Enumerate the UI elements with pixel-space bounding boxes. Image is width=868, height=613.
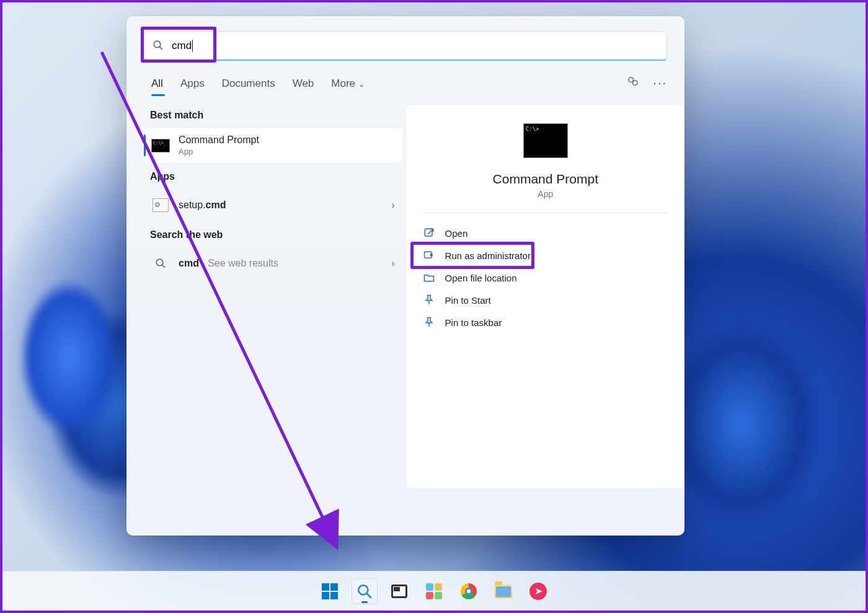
svg-line-5	[162, 265, 165, 268]
open-icon	[423, 227, 435, 239]
search-input[interactable]: cmd	[144, 31, 667, 61]
svg-line-10	[367, 593, 371, 598]
cmd-app-icon	[523, 123, 568, 158]
feedback-icon[interactable]	[627, 76, 639, 91]
taskview-icon	[391, 584, 407, 598]
result-setup-cmd[interactable]: setup.cmd ›	[144, 190, 402, 221]
chevron-right-icon: ›	[391, 200, 394, 211]
action-pin-to-taskbar[interactable]: Pin to taskbar	[414, 311, 677, 333]
section-apps: Apps	[150, 171, 396, 182]
preview-subtitle: App	[423, 189, 668, 199]
preview-pane: Command Prompt App Open Run as administr…	[407, 105, 684, 488]
start-search-panel: cmd All Apps Documents Web More ⌄ ··· Be…	[126, 16, 684, 536]
cmd-app-icon	[151, 139, 170, 152]
chrome-icon	[461, 583, 477, 599]
text-cursor	[192, 40, 193, 52]
widgets-icon	[426, 583, 442, 599]
search-icon	[153, 40, 164, 53]
svg-line-1	[160, 47, 162, 50]
folder-icon	[495, 584, 512, 598]
chrome-button[interactable]	[456, 578, 482, 604]
svg-point-3	[633, 81, 638, 86]
result-command-prompt[interactable]: Command Prompt App	[144, 128, 402, 162]
action-open[interactable]: Open	[414, 222, 677, 244]
filter-tabs: All Apps Documents Web More ⌄ ···	[151, 76, 667, 91]
windows-logo-icon	[322, 583, 338, 599]
svg-rect-6	[425, 229, 432, 236]
pin-icon	[423, 294, 435, 306]
svg-point-2	[629, 77, 634, 82]
tab-apps[interactable]: Apps	[180, 77, 205, 90]
tab-all[interactable]: All	[151, 77, 163, 90]
result-title: cmd - See web results	[179, 258, 278, 269]
tab-web[interactable]: Web	[293, 77, 314, 90]
start-button[interactable]	[317, 578, 343, 604]
search-icon	[356, 583, 373, 599]
results-column: Best match Command Prompt App Apps setup…	[144, 105, 402, 488]
result-subtitle: App	[179, 147, 259, 156]
chevron-down-icon: ⌄	[358, 80, 365, 89]
result-title: Command Prompt	[179, 135, 259, 146]
svg-point-4	[156, 259, 163, 266]
result-title: setup.cmd	[179, 200, 226, 211]
shield-admin-icon	[423, 249, 435, 262]
taskbar-search-button[interactable]	[352, 578, 378, 604]
taskview-button[interactable]	[386, 578, 412, 604]
action-open-file-location[interactable]: Open file location	[414, 267, 677, 289]
preview-title: Command Prompt	[423, 172, 668, 187]
tab-documents[interactable]: Documents	[222, 77, 275, 90]
search-query-text: cmd	[172, 40, 192, 52]
section-best-match: Best match	[150, 110, 396, 121]
cmd-file-icon	[153, 198, 169, 212]
tab-more[interactable]: More ⌄	[331, 77, 364, 90]
section-search-web: Search the web	[150, 229, 396, 240]
svg-point-0	[154, 41, 161, 48]
action-run-as-admin[interactable]: Run as administrator	[414, 244, 677, 267]
action-pin-to-start[interactable]: Pin to Start	[414, 289, 677, 311]
folder-icon	[423, 271, 435, 284]
result-web-cmd[interactable]: cmd - See web results ›	[144, 248, 402, 279]
svg-point-9	[358, 585, 368, 594]
more-options-icon[interactable]: ···	[653, 76, 667, 91]
pin-icon	[423, 316, 435, 329]
app-icon: ➤	[529, 583, 547, 600]
file-explorer-button[interactable]	[490, 578, 516, 604]
app-button[interactable]: ➤	[525, 578, 551, 604]
widgets-button[interactable]	[421, 578, 447, 604]
search-icon	[155, 258, 166, 269]
taskbar: ➤	[2, 571, 866, 611]
chevron-right-icon: ›	[391, 258, 394, 269]
